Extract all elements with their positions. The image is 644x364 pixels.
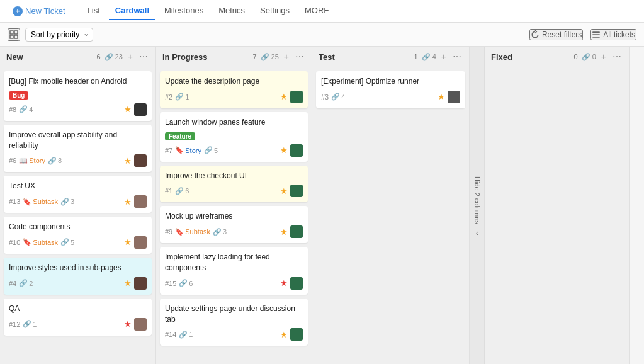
card-ip-3[interactable]: Improve the checkout UI #1 🔗6 ★ bbox=[160, 166, 308, 203]
svg-rect-4 bbox=[592, 31, 600, 33]
all-tickets-button[interactable]: All tickets bbox=[590, 29, 636, 40]
subtask-icon-new-4: 🔖 bbox=[23, 238, 31, 246]
tag-subtask-ip-4: 🔖Subtask bbox=[175, 228, 210, 236]
sort-select[interactable]: Sort by priority bbox=[25, 28, 93, 42]
card-star-new-5[interactable]: ★ bbox=[124, 278, 132, 288]
nav-list[interactable]: List bbox=[81, 2, 106, 20]
avatar-new-4 bbox=[134, 236, 147, 249]
avatar-new-2 bbox=[134, 154, 147, 167]
card-footer-new-5: #4 🔗2 ★ bbox=[9, 277, 147, 290]
card-test-1[interactable]: [Experiment] Optimize runner #3 🔗4 ★ bbox=[316, 71, 465, 108]
card-new-5[interactable]: Improve styles used in sub-pages #4 🔗2 ★ bbox=[4, 258, 152, 295]
link-icon-ip-5: 🔗 bbox=[179, 279, 188, 287]
card-links-new-4: 🔗5 bbox=[60, 238, 74, 246]
card-star-ip-4[interactable]: ★ bbox=[280, 227, 288, 237]
reset-icon bbox=[531, 30, 539, 39]
col-menu-fixed[interactable]: ⋯ bbox=[611, 52, 623, 62]
sp-value-fixed: 0 bbox=[592, 53, 596, 60]
card-footer-ip-1: #2 🔗1 ★ bbox=[165, 91, 303, 103]
tag-story-ip-2: 🔖Story bbox=[175, 146, 201, 154]
card-star-ip-5[interactable]: ★ bbox=[280, 278, 288, 288]
card-id-new-3: #13 bbox=[9, 198, 20, 205]
card-links-ip-3: 🔗6 bbox=[175, 187, 189, 195]
tag-subtask-new-4: 🔖Subtask bbox=[23, 238, 58, 246]
card-star-test-1[interactable]: ★ bbox=[438, 92, 445, 101]
card-links-ip-5: 🔗6 bbox=[179, 279, 193, 287]
card-ip-6[interactable]: Update settings page under discussion ta… bbox=[160, 299, 308, 346]
card-footer-new-4: #10 🔖Subtask 🔗5 ★ bbox=[9, 236, 147, 249]
reset-filters-button[interactable]: Reset filters bbox=[529, 29, 583, 40]
avatar-ip-1 bbox=[290, 91, 303, 103]
new-ticket-label: New Ticket bbox=[25, 6, 65, 16]
card-ip-4[interactable]: Mock up wireframes #9 🔖Subtask 🔗3 ★ bbox=[160, 206, 308, 243]
new-ticket-button[interactable]: + New Ticket bbox=[8, 4, 71, 19]
card-star-ip-1[interactable]: ★ bbox=[280, 92, 288, 101]
avatar-new-6 bbox=[134, 318, 147, 331]
card-footer-ip-2: #7 🔖Story 🔗5 ★ bbox=[165, 144, 303, 157]
plus-icon: + bbox=[13, 6, 23, 16]
card-star-new-4[interactable]: ★ bbox=[124, 237, 132, 247]
card-links-new-6: 🔗1 bbox=[23, 320, 37, 328]
board: New 6 🔗 23 + ⋯ [Bug] Fix mobile header o… bbox=[0, 47, 644, 364]
nav-settings[interactable]: Settings bbox=[254, 2, 296, 20]
col-menu-new[interactable]: ⋯ bbox=[138, 52, 149, 62]
svg-rect-3 bbox=[14, 35, 18, 38]
column-test: Test 1 🔗 4 + ⋯ [Experiment] Optimize run… bbox=[312, 47, 470, 364]
card-footer-ip-6: #14 🔗1 ★ bbox=[165, 328, 303, 341]
col-cards-test: [Experiment] Optimize runner #3 🔗4 ★ bbox=[312, 67, 469, 364]
card-links-new-3: 🔗3 bbox=[60, 198, 74, 206]
card-footer-ip-3: #1 🔗6 ★ bbox=[165, 185, 303, 197]
col-add-test[interactable]: + bbox=[440, 52, 448, 62]
expand-button[interactable] bbox=[8, 28, 20, 41]
card-new-4[interactable]: Code components #10 🔖Subtask 🔗5 ★ bbox=[4, 217, 152, 254]
card-id-ip-2: #7 bbox=[165, 147, 172, 154]
svg-rect-0 bbox=[10, 31, 13, 34]
card-footer-new-3: #13 🔖Subtask 🔗3 ★ bbox=[9, 195, 147, 208]
card-ip-1[interactable]: Update the description page #2 🔗1 ★ bbox=[160, 71, 308, 108]
link-icon-ip-2: 🔗 bbox=[204, 146, 213, 154]
card-star-new-1[interactable]: ★ bbox=[124, 105, 132, 114]
tag-feature-ip-2: Feature bbox=[165, 132, 195, 140]
svg-rect-1 bbox=[14, 31, 18, 34]
card-star-ip-6[interactable]: ★ bbox=[280, 330, 288, 339]
avatar-ip-2 bbox=[290, 144, 303, 157]
column-inprogress: In Progress 7 🔗 25 + ⋯ Update the descri… bbox=[156, 47, 312, 364]
card-star-new-3[interactable]: ★ bbox=[124, 197, 132, 207]
col-cards-inprogress: Update the description page #2 🔗1 ★ Laun… bbox=[156, 67, 312, 364]
all-tickets-label: All tickets bbox=[603, 30, 635, 39]
card-ip-2[interactable]: Launch window panes feature Feature #7 🔖… bbox=[160, 112, 308, 162]
sp-value-new: 23 bbox=[115, 53, 123, 60]
nav-cardwall[interactable]: Cardwall bbox=[109, 2, 155, 20]
card-new-1[interactable]: [Bug] Fix mobile header on Android Bug #… bbox=[4, 71, 152, 121]
card-star-ip-2[interactable]: ★ bbox=[280, 145, 288, 155]
card-new-6[interactable]: QA #12 🔗1 ★ bbox=[4, 299, 152, 336]
card-title-ip-4: Mock up wireframes bbox=[165, 211, 303, 222]
card-title-test-1: [Experiment] Optimize runner bbox=[321, 76, 460, 87]
col-add-new[interactable]: + bbox=[127, 52, 134, 62]
avatar-new-1 bbox=[134, 103, 147, 116]
card-title-new-5: Improve styles used in sub-pages bbox=[9, 263, 147, 273]
col-menu-ip[interactable]: ⋯ bbox=[294, 52, 305, 62]
card-new-3[interactable]: Test UX #13 🔖Subtask 🔗3 ★ bbox=[4, 176, 152, 213]
nav-more[interactable]: MORE bbox=[298, 2, 336, 20]
card-new-2[interactable]: Improve overall app stability and reliab… bbox=[4, 125, 152, 173]
story-points-inprogress: 🔗 25 bbox=[261, 53, 279, 61]
card-links-test-1: 🔗4 bbox=[331, 93, 345, 101]
nav-metrics[interactable]: Metrics bbox=[212, 2, 251, 20]
subtask-icon-ip-4: 🔖 bbox=[175, 228, 184, 236]
avatar-new-3 bbox=[134, 195, 147, 208]
col-add-ip[interactable]: + bbox=[283, 52, 290, 62]
hide-columns-panel[interactable]: Hide 2 columns ‹ bbox=[470, 47, 485, 364]
card-star-new-2[interactable]: ★ bbox=[124, 156, 132, 166]
card-id-ip-1: #2 bbox=[165, 93, 172, 101]
filter-right: Reset filters All tickets bbox=[529, 29, 636, 40]
tag-subtask-new-3: 🔖Subtask bbox=[23, 198, 58, 206]
col-add-fixed[interactable]: + bbox=[600, 52, 607, 62]
nav-milestones[interactable]: Milestones bbox=[158, 2, 210, 20]
card-links-ip-2: 🔗5 bbox=[204, 146, 218, 154]
card-ip-5[interactable]: Implement lazy loading for feed componen… bbox=[160, 247, 308, 295]
card-star-ip-3[interactable]: ★ bbox=[280, 186, 288, 196]
card-star-new-6[interactable]: ★ bbox=[124, 319, 132, 329]
col-menu-test[interactable]: ⋯ bbox=[451, 52, 463, 62]
svg-rect-6 bbox=[592, 36, 600, 37]
